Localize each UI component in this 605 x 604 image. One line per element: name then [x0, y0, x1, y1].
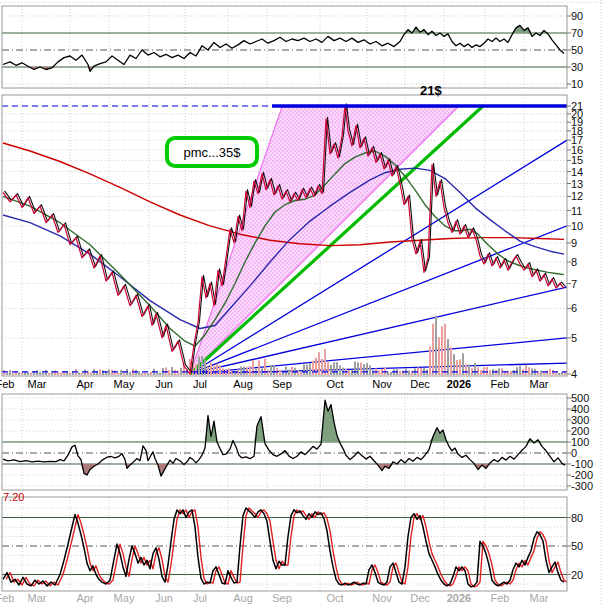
- resistance-price-label: 21$: [420, 83, 442, 98]
- volume-bar: [120, 370, 122, 375]
- x-axis-month-label: Feb: [491, 378, 510, 390]
- volume-bar: [411, 371, 413, 375]
- volume-bar: [447, 339, 449, 375]
- volume-bar: [30, 373, 32, 375]
- volume-bar: [327, 362, 329, 375]
- volume-bar: [69, 372, 71, 375]
- volume-bar: [18, 372, 20, 375]
- volume-bar: [525, 365, 527, 375]
- volume-bar: [102, 370, 104, 375]
- volume-bar: [528, 367, 530, 375]
- volume-bar: [291, 367, 293, 375]
- volume-bar: [285, 367, 287, 375]
- volume-bar: [6, 373, 8, 375]
- volume-bar: [378, 370, 380, 375]
- volume-bar: [342, 368, 344, 375]
- stochastic-panel: 805020: [2, 497, 583, 591]
- y-axis-label: 70: [571, 27, 583, 39]
- x-axis-month-label: Apr: [76, 378, 93, 390]
- price-note-annotation[interactable]: pmc...35$: [165, 136, 259, 168]
- volume-bar: [336, 362, 338, 375]
- y-axis-label: 10: [571, 78, 583, 90]
- volume-bar: [390, 372, 392, 375]
- x-axis-month-label: Nov: [372, 378, 392, 390]
- oscillator-line: [3, 25, 564, 71]
- volume-bar: [42, 373, 44, 375]
- volume-bar: [159, 372, 161, 375]
- oscillator-overbought-fill: [3, 25, 564, 33]
- x-axis-month-label: Sep: [272, 378, 292, 390]
- volume-bar: [435, 316, 437, 375]
- x-axis-month-label-dim: Jul: [193, 592, 207, 604]
- volume-bar: [477, 367, 479, 375]
- volume-bar: [216, 364, 218, 375]
- main-price-panel: 212019181716151413121110987654: [2, 95, 583, 380]
- stock-chart-page: 9070503010212019181716151413121110987654…: [0, 0, 605, 604]
- volume-bar: [300, 372, 302, 375]
- price-note-text: pmc...35$: [183, 145, 240, 160]
- volume-bar: [48, 373, 50, 375]
- x-axis-month-label-dim: Dec: [410, 592, 430, 604]
- volume-bar: [339, 365, 341, 375]
- x-axis-month-label-dim: May: [114, 592, 135, 604]
- volume-bar: [258, 360, 260, 375]
- volume-bar: [12, 373, 14, 375]
- volume-bar: [129, 372, 131, 375]
- volume-bar: [39, 372, 41, 375]
- volume-bar: [294, 368, 296, 375]
- x-axis-month-label-dim: Apr: [76, 592, 93, 604]
- y-axis-label: 12: [571, 190, 583, 202]
- volume-bar: [117, 373, 119, 375]
- volume-bar: [489, 370, 491, 375]
- x-axis-month-label: May: [114, 378, 135, 390]
- volume-bar: [348, 370, 350, 375]
- volume-bar: [279, 370, 281, 375]
- y-axis-label: 14: [571, 166, 583, 178]
- volume-bar: [354, 361, 356, 375]
- x-axis-month-label-dim: Aug: [233, 592, 253, 604]
- x-axis-month-label: Feb: [0, 378, 14, 390]
- y-axis-label: 9: [571, 237, 577, 249]
- volume-bar: [333, 362, 335, 375]
- y-axis-label: 13: [571, 178, 583, 190]
- volume-bar: [360, 363, 362, 375]
- volume-bar: [228, 368, 230, 375]
- x-axis-month-label: Mar: [28, 378, 47, 390]
- x-axis-month-label-dim: Sep: [272, 592, 292, 604]
- x-axis-month-label-dim: Feb: [491, 592, 510, 604]
- volume-bar: [36, 370, 38, 375]
- volume-bar: [60, 373, 62, 375]
- x-axis-month-label: Jul: [193, 378, 207, 390]
- volume-bar: [210, 363, 212, 375]
- x-axis-month-label: Dec: [410, 378, 430, 390]
- volume-bar: [441, 326, 443, 375]
- volume-bar: [141, 373, 143, 375]
- volume-bar: [498, 368, 500, 375]
- volume-bar: [213, 366, 215, 375]
- y-axis-label: 8: [571, 256, 577, 268]
- volume-bar: [429, 346, 431, 375]
- volume-bar: [168, 370, 170, 375]
- volume-bar: [231, 371, 233, 375]
- x-axis-month-label-dim: 2026: [447, 592, 471, 604]
- top-panel-border: [2, 6, 567, 88]
- volume-bar: [195, 364, 197, 375]
- volume-bar: [288, 369, 290, 375]
- volume-bar: [144, 373, 146, 375]
- volume-bar: [486, 367, 488, 375]
- stockchart-canvas: 9070503010212019181716151413121110987654…: [0, 0, 605, 604]
- volume-bar: [357, 362, 359, 375]
- volume-bar: [303, 364, 305, 375]
- x-axis-month-label: Mar: [530, 378, 549, 390]
- volume-bar: [402, 370, 404, 375]
- volume-bar: [177, 370, 179, 375]
- x-axis-month-label-dim: Mar: [530, 592, 549, 604]
- volume-bar: [249, 366, 251, 375]
- volume-bar: [171, 367, 173, 375]
- volume-bar: [324, 349, 326, 375]
- y-axis-label: 50: [571, 44, 583, 56]
- main-plot-area: [3, 104, 567, 375]
- volume-bar: [204, 360, 206, 375]
- volume-bar: [156, 373, 158, 375]
- volume-bar: [459, 359, 461, 375]
